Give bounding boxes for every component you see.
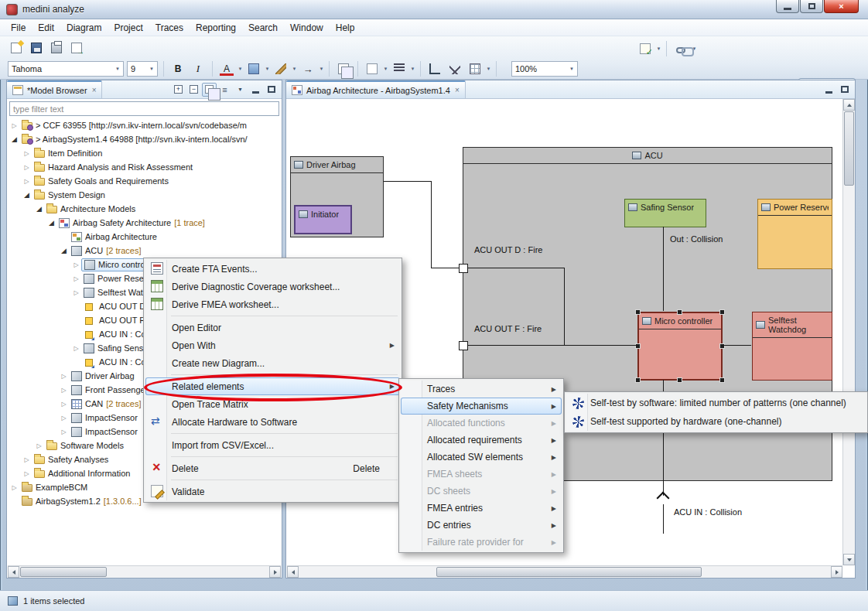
line-style-button[interactable] (272, 60, 290, 77)
scroll-thumb[interactable] (20, 567, 107, 577)
twistie-icon[interactable]: ▷ (59, 401, 69, 408)
menu-file[interactable]: File (5, 20, 32, 36)
arrow-style-dropdown[interactable] (318, 60, 325, 77)
save-button[interactable] (27, 39, 46, 56)
view-menu-button[interactable] (233, 83, 248, 97)
expand-all-button[interactable]: + (171, 83, 186, 97)
align-button[interactable] (390, 60, 408, 77)
block-micro-controller[interactable]: Micro controller (637, 312, 723, 381)
validate-dropdown[interactable] (655, 40, 662, 57)
block-safing-sensor[interactable]: Safing Sensor (624, 199, 706, 227)
twistie-icon[interactable]: ▷ (22, 470, 32, 477)
font-name-combobox[interactable]: Tahoma (8, 61, 124, 77)
connector-line[interactable] (467, 268, 565, 268)
scroll-thumb[interactable] (844, 111, 854, 186)
selection-handle-icon[interactable] (719, 309, 725, 315)
safety-mechanism-item[interactable]: Self-test by software: limited number of… (566, 394, 866, 412)
connector-line[interactable] (467, 345, 637, 346)
bold-button[interactable]: B (169, 60, 187, 77)
context-menu-item[interactable]: Validate (145, 483, 400, 500)
connector-line[interactable] (431, 268, 459, 268)
tree-item[interactable]: ▷Item Definition (8, 146, 281, 160)
submenu-item[interactable]: Traces (401, 381, 562, 398)
titlebar[interactable]: medini analyze (0, 0, 868, 19)
menu-window[interactable]: Window (284, 20, 330, 36)
twistie-icon[interactable]: ▷ (22, 150, 32, 157)
port-acu-out-d[interactable] (459, 264, 468, 273)
twistie-icon[interactable]: ◢ (22, 191, 32, 199)
context-menu-item[interactable]: DeleteDelete (145, 459, 400, 477)
snap-dropdown[interactable] (382, 60, 389, 77)
twistie-icon[interactable]: ◢ (46, 219, 56, 227)
context-menu-item[interactable]: Derive Diagnostic Coverage worksheet... (145, 278, 400, 295)
selection-handle-icon[interactable] (677, 309, 682, 315)
close-editor-icon[interactable]: × (455, 86, 460, 94)
print-button[interactable] (47, 39, 66, 56)
connector-line[interactable] (663, 504, 664, 534)
menu-reporting[interactable]: Reporting (190, 20, 242, 36)
link-with-editor-button[interactable] (202, 83, 217, 97)
context-menu-item[interactable]: Create new Diagram... (145, 354, 400, 372)
tree-item[interactable]: ◢System Design (8, 188, 281, 202)
scroll-right-button[interactable] (831, 566, 842, 578)
scroll-thumb[interactable] (436, 567, 702, 577)
scroll-left-button[interactable] (287, 566, 299, 578)
fill-color-button[interactable] (244, 60, 263, 77)
maximize-view-button[interactable] (264, 83, 279, 97)
submenu-item[interactable]: FMEA entries (401, 500, 562, 517)
selection-handle-icon[interactable] (635, 377, 641, 383)
tree-item[interactable]: ▷> CCF 63955 [http://svn.ikv-intern.loca… (8, 118, 281, 132)
model-browser-hscrollbar[interactable] (8, 565, 281, 578)
selection-handle-icon[interactable] (635, 343, 641, 349)
split-button[interactable] (446, 60, 464, 77)
context-menu-item[interactable]: Open Editor (145, 319, 400, 336)
menu-search[interactable]: Search (242, 20, 284, 36)
close-view-icon[interactable]: × (92, 86, 97, 94)
editor-vscrollbar[interactable] (842, 99, 855, 565)
twistie-icon[interactable]: ▷ (59, 387, 69, 394)
tree-item[interactable]: ◢> AirbagSystem1.4 64988 [http://svn.ikv… (8, 132, 281, 146)
export-button[interactable] (67, 39, 86, 56)
submenu-item[interactable]: Safety Mechanisms (401, 398, 562, 415)
tree-item[interactable]: ◢ACU[2 traces] (8, 244, 281, 258)
editor-tab[interactable]: Airbag Architecture - AirbagSystem1.4 × (286, 80, 466, 98)
sort-button[interactable] (217, 83, 232, 97)
scroll-up-button[interactable] (843, 99, 855, 111)
submenu-item[interactable]: DC entries (401, 517, 562, 534)
tree-item[interactable]: ◢Architecture Models (8, 202, 281, 216)
zoom-combobox[interactable]: 100% (511, 61, 578, 77)
trace-button[interactable] (672, 40, 690, 57)
twistie-icon[interactable]: ▷ (59, 373, 69, 380)
selection-handle-icon[interactable] (719, 377, 725, 383)
twistie-icon[interactable]: ▷ (9, 122, 19, 129)
model-browser-tab[interactable]: *Model Browser × (7, 80, 102, 98)
tree-item[interactable]: ▷Hazard Analysis and Risk Assessment (8, 160, 281, 174)
tree-item[interactable]: ▷Safety Goals and Requirements (8, 174, 281, 188)
twistie-icon[interactable]: ▷ (71, 289, 81, 296)
block-driver-airbag[interactable]: Driver Airbag Initiator (290, 156, 384, 237)
grid-button[interactable] (466, 60, 484, 77)
twistie-icon[interactable]: ▷ (59, 428, 69, 435)
align-dropdown[interactable] (409, 60, 416, 77)
safety-mechanism-item[interactable]: Self-test supported by hardware (one-cha… (566, 412, 866, 431)
selection-handle-icon[interactable] (719, 343, 725, 349)
port-acu-out-f[interactable] (459, 341, 468, 350)
line-style-dropdown[interactable] (291, 60, 298, 77)
twistie-icon[interactable]: ◢ (34, 205, 44, 213)
block-initiator[interactable]: Initiator (294, 205, 352, 234)
collapse-all-button[interactable]: − (186, 83, 201, 97)
menu-project[interactable]: Project (108, 20, 149, 36)
submenu-item[interactable]: Allocated SW elements (401, 449, 562, 466)
connector-line[interactable] (564, 268, 565, 346)
font-color-button[interactable]: A (217, 60, 236, 77)
context-menu-item[interactable]: Open With (145, 336, 400, 354)
twistie-icon[interactable]: ▷ (22, 456, 32, 463)
context-menu-item[interactable]: Related elements (145, 377, 400, 395)
block-power-reserve[interactable]: Power Reserve (757, 199, 832, 269)
menu-diagram[interactable]: Diagram (60, 20, 108, 36)
tree-item[interactable]: Airbag Architecture (8, 230, 281, 244)
twistie-icon[interactable]: ▷ (22, 178, 32, 185)
twistie-icon[interactable]: ▷ (34, 442, 44, 449)
twistie-icon[interactable]: ▷ (59, 415, 69, 422)
route-button[interactable] (425, 60, 444, 77)
